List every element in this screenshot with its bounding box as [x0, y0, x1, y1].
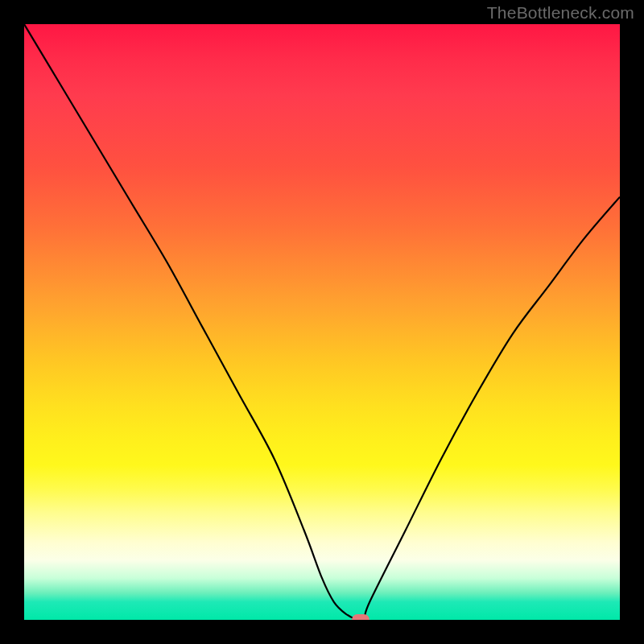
optimum-marker	[352, 614, 369, 620]
plot-area	[24, 24, 620, 620]
curve-svg	[24, 24, 620, 620]
attribution-text: TheBottleneck.com	[487, 3, 634, 23]
bottleneck-curve	[24, 24, 620, 620]
